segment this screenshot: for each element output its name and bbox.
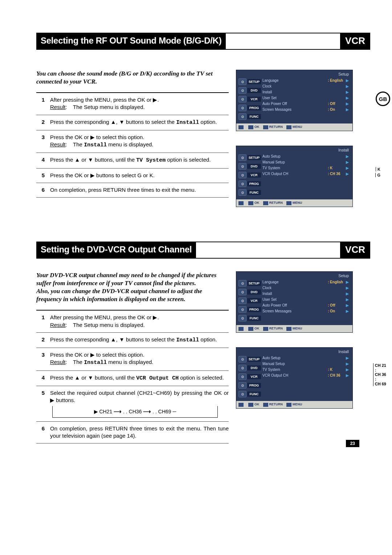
osd-menu-item: Clock▶: [261, 84, 350, 89]
step-row: 4Press the ▲ or ▼ buttons, until the TV …: [36, 153, 229, 168]
g-indicator: G: [375, 173, 380, 177]
triangle-right-icon: ▶: [346, 89, 350, 95]
osd-tab-label: DVD: [247, 164, 261, 169]
move-icon: [238, 201, 244, 205]
step-body: After pressing the MENU, press the OK or…: [50, 314, 229, 329]
triangle-right-icon: ▶: [346, 285, 350, 291]
osd-install-screenshot: Install⚙SETUP⚙DVD⚙VCR⚙PROG⚙FUNCAuto Setu…: [236, 146, 353, 207]
step-number: 6: [36, 425, 50, 440]
osd-menu-item: Language: English▶: [261, 279, 350, 285]
triangle-right-icon: ▶: [346, 367, 350, 373]
step-row: 6On completion, press RETURN three times…: [36, 183, 229, 198]
triangle-right-icon: ▶: [346, 107, 350, 113]
osd-tab-label: FUNC: [247, 316, 261, 321]
section1-intro: You can choose the sound mode (B/G or D/…: [36, 70, 229, 86]
step-row: 1After pressing the MENU, press the OK o…: [36, 93, 229, 115]
osd-tab: ⚙VCR: [238, 95, 261, 103]
osd-tab-label: FUNC: [247, 190, 261, 195]
osd-footer-hint: MENU: [286, 327, 302, 331]
osd-tab: ⚙VCR: [238, 297, 261, 305]
triangle-right-icon: ▶: [346, 154, 350, 159]
step-body: On completion, press RETURN three times …: [50, 186, 229, 194]
tab-icon: ⚙: [238, 289, 246, 295]
step-number: 5: [36, 172, 50, 179]
tab-icon: ⚙: [238, 280, 246, 287]
osd-footer: OKRETURNMENU: [236, 199, 352, 207]
tab-icon: ⚙: [238, 154, 246, 161]
osd-tab: ⚙SETUP: [238, 279, 261, 287]
tab-icon: ⚙: [238, 181, 246, 187]
manual-page: Selecting the RF OUT Sound Mode (B/G-D/K…: [0, 0, 392, 458]
move-icon: [238, 125, 244, 129]
osd-tab-label: VCR: [247, 374, 261, 379]
step-number: 6: [36, 186, 50, 194]
osd-tab-label: VCR: [247, 173, 261, 178]
osd-tab-label: SETUP: [247, 357, 261, 362]
osd-tab: ⚙FUNC: [238, 113, 261, 121]
osd-tab-label: VCR: [247, 298, 261, 303]
osd-menu-item: VCR Output CH: CH 36▶: [261, 171, 350, 177]
osd-footer-hint: RETURN: [263, 201, 283, 205]
channel-range-indicator: CH 21 : CH 36 : CH 69: [373, 363, 386, 386]
step-body: Press the ▲ or ▼ buttons, until the VCR …: [50, 374, 229, 382]
osd-tab-label: PROG: [247, 307, 261, 312]
section2-title-row: Setting the DVD-VCR Output Channel VCR: [36, 242, 370, 259]
osd-menu-item: User Set▶: [261, 297, 350, 303]
osd-tab-label: FUNC: [247, 114, 261, 119]
osd-menu-item: Screen Messages: On▶: [261, 308, 350, 314]
tab-icon: ⚙: [238, 306, 246, 313]
tab-icon: ⚙: [238, 87, 246, 94]
step-row: 5Select the required output channel (CH2…: [36, 386, 229, 422]
step-number: 2: [36, 336, 50, 344]
osd-menu-item: Auto Setup▶: [261, 355, 350, 361]
step-row: 6On completion, press RETURN three times…: [36, 422, 229, 444]
tab-icon: ⚙: [238, 356, 246, 362]
step-number: 3: [36, 351, 50, 367]
osd-tab: ⚙VCR: [238, 373, 261, 381]
k-indicator: K: [376, 167, 380, 171]
triangle-right-icon: ▶: [346, 373, 350, 378]
triangle-right-icon: ▶: [346, 291, 350, 297]
tab-icon: ⚙: [238, 172, 246, 178]
step-row: 3Press the OK or ▶ to select this option…: [36, 130, 229, 153]
osd-tab-label: DVD: [247, 365, 261, 370]
step-body: On completion, press RETURN three times …: [50, 425, 229, 440]
osd-tab: ⚙DVD: [238, 162, 261, 170]
triangle-right-icon: ▶: [346, 171, 350, 177]
section1-title-row: Selecting the RF OUT Sound Mode (B/G-D/K…: [36, 33, 370, 50]
osd-tab: ⚙DVD: [238, 288, 261, 296]
osd-tab: ⚙FUNC: [238, 314, 261, 322]
step-body: Press the ▲ or ▼ buttons, until the TV S…: [50, 156, 229, 164]
tab-icon: ⚙: [238, 105, 246, 111]
section2-layout: Your DVD-VCR output channel may need to …: [36, 271, 370, 443]
triangle-right-icon: ▶: [346, 279, 350, 285]
page-number: 23: [346, 440, 359, 447]
step-row: 4Press the ▲ or ▼ buttons, until the VCR…: [36, 371, 229, 386]
triangle-right-icon: ▶: [346, 78, 350, 84]
osd-tab-label: PROG: [247, 105, 261, 110]
osd-tab: ⚙SETUP: [238, 355, 261, 363]
step-number: 1: [36, 314, 50, 329]
tab-icon: ⚙: [238, 391, 246, 397]
tab-icon: ⚙: [238, 78, 246, 85]
osd-footer-hint: RETURN: [263, 402, 283, 406]
osd-menu-item: TV System: K▶: [261, 367, 350, 373]
osd-menu-item: Screen Messages: On▶: [261, 107, 350, 113]
tab-icon: ⚙: [238, 96, 246, 102]
osd-footer-hint: OK: [248, 327, 260, 331]
osd-tab: ⚙FUNC: [238, 189, 261, 197]
osd-footer-hint: OK: [248, 402, 260, 406]
tab-icon: ⚙: [238, 382, 246, 389]
triangle-right-icon: ▶: [346, 308, 350, 314]
osd-menu-item: User Set▶: [261, 95, 350, 101]
osd-footer-hint: RETURN: [263, 125, 283, 129]
osd-header: Install: [236, 146, 352, 153]
step-number: 4: [36, 156, 50, 164]
osd-tab: ⚙PROG: [238, 381, 261, 389]
osd-footer-hint: MENU: [286, 125, 302, 129]
step-row: 5Press the OK or ▶ buttons to select G o…: [36, 169, 229, 183]
osd-tab: ⚙SETUP: [238, 78, 261, 86]
step-row: 1After pressing the MENU, press the OK o…: [36, 311, 229, 333]
osd-tab: ⚙DVD: [238, 86, 261, 94]
osd-menu-item: Auto Power Off: Off▶: [261, 303, 350, 308]
